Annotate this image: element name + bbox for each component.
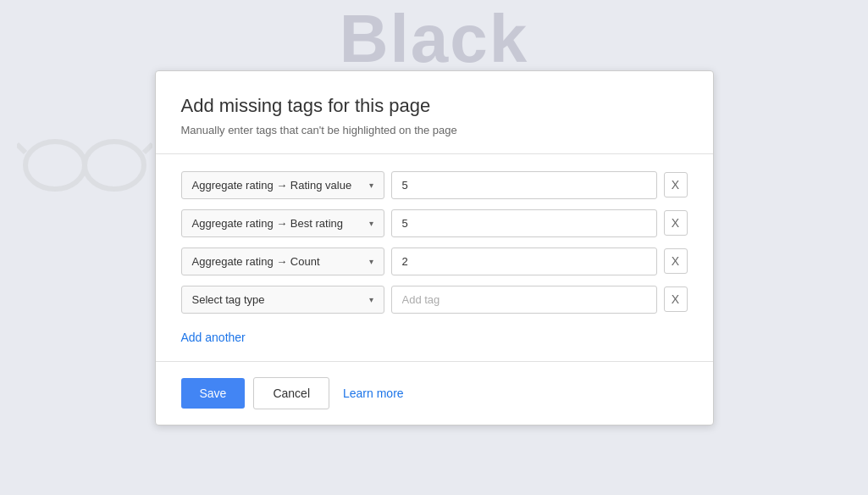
chevron-down-icon-1: ▾: [369, 181, 373, 190]
svg-line-3: [17, 144, 25, 153]
tag-select-3[interactable]: Aggregate rating → Count ▾: [181, 248, 384, 275]
tag-select-4-label: Select tag type: [192, 293, 366, 306]
tag-input-4[interactable]: [391, 286, 657, 314]
modal-subtitle: Manually enter tags that can't be highli…: [181, 124, 688, 136]
tag-select-2[interactable]: Aggregate rating → Best rating ▾: [181, 209, 384, 237]
learn-more-link[interactable]: Learn more: [343, 387, 404, 400]
chevron-down-icon-2: ▾: [369, 219, 373, 228]
remove-button-2[interactable]: X: [664, 210, 688, 236]
modal-header: Add missing tags for this page Manually …: [156, 71, 713, 154]
modal-dialog: Add missing tags for this page Manually …: [155, 70, 714, 425]
modal-body: Aggregate rating → Rating value ▾ X Aggr…: [156, 154, 713, 362]
tag-row-1: Aggregate rating → Rating value ▾ X: [181, 171, 688, 199]
remove-button-4[interactable]: X: [664, 286, 688, 312]
tag-input-3[interactable]: [391, 248, 657, 275]
chevron-down-icon-4: ▾: [369, 295, 373, 304]
tag-input-2[interactable]: [391, 209, 657, 237]
tag-input-1[interactable]: [391, 171, 657, 199]
tag-select-1-label: Aggregate rating → Rating value: [192, 179, 366, 192]
svg-point-0: [25, 142, 85, 189]
modal-footer: Save Cancel Learn more: [156, 362, 713, 425]
tag-select-3-label: Aggregate rating → Count: [192, 255, 366, 268]
save-button[interactable]: Save: [181, 378, 246, 409]
remove-button-3[interactable]: X: [664, 248, 688, 274]
modal-title: Add missing tags for this page: [181, 95, 688, 117]
tag-select-1[interactable]: Aggregate rating → Rating value ▾: [181, 171, 384, 199]
add-another-link[interactable]: Add another: [181, 331, 246, 344]
tag-select-4[interactable]: Select tag type ▾: [181, 286, 384, 314]
svg-line-4: [144, 144, 152, 153]
svg-point-1: [85, 142, 144, 189]
remove-button-1[interactable]: X: [664, 172, 688, 197]
cancel-button[interactable]: Cancel: [253, 377, 329, 409]
tag-row-3: Aggregate rating → Count ▾ X: [181, 248, 688, 275]
tag-row-2: Aggregate rating → Best rating ▾ X: [181, 209, 688, 237]
tag-row-4: Select tag type ▾ X: [181, 286, 688, 314]
tag-select-2-label: Aggregate rating → Best rating: [192, 217, 366, 230]
glasses-decoration: [17, 119, 152, 203]
background-title: Black: [340, 0, 528, 78]
chevron-down-icon-3: ▾: [369, 257, 373, 266]
